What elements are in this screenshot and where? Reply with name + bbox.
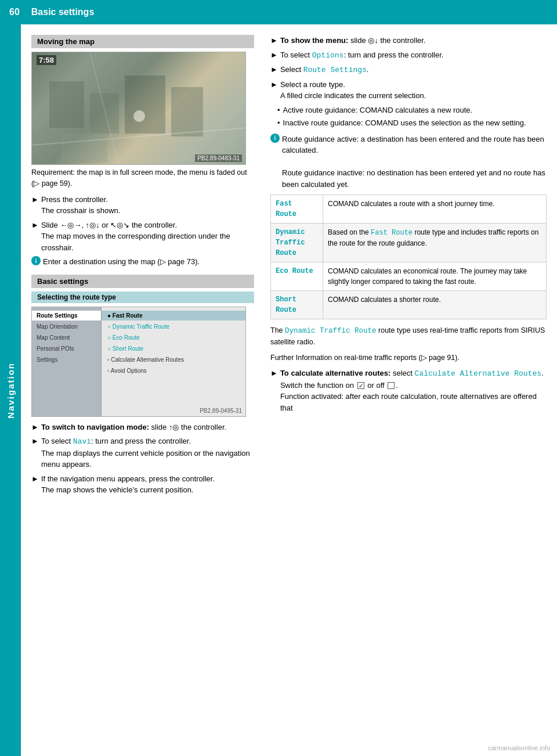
menu-item-settings: Settings <box>32 355 101 365</box>
table-row: DynamicTrafficRoute Based on the Fast Ro… <box>271 224 547 262</box>
side-tab-label: Navigation <box>6 362 16 419</box>
bullet-show-menu: ► To show the menu: slide ◎↓ the control… <box>270 35 547 46</box>
info-text-1: Enter a destination using the map (▷ pag… <box>43 256 200 268</box>
svg-rect-2 <box>125 75 165 134</box>
info-text-route: Route guidance active: a destination has… <box>282 134 547 190</box>
bullet-arrow-8: ► <box>270 64 278 76</box>
basic-settings-heading: Basic settings <box>31 275 254 288</box>
sub-bullet-text-1: Active route guidance: COMAND calculates… <box>283 105 473 116</box>
menu-item-map-orientation: Map Orientation <box>32 322 101 332</box>
bullet-calculate-alt: ► To calculate alternative routes: selec… <box>270 368 547 413</box>
nav-menu-right: ● Fast Route ○ Dynamic Traffic Route ○ E… <box>102 307 245 416</box>
route-desc-eco: COMAND calculates an economical route. T… <box>323 262 547 291</box>
bullet-arrow-4: ► <box>31 435 39 470</box>
main-content: Moving the map 7:58 PB2.89-0483-31 <box>21 24 557 756</box>
bullet-navi-text: To select Navi: turn and press the contr… <box>41 435 254 470</box>
bullet-select-options: ► To select Options: turn and press the … <box>270 49 547 62</box>
bullet-menu-text: If the navigation menu appears, press th… <box>41 473 215 496</box>
menu-item-calculate: ▫ Calculate Alternative Routes <box>102 355 245 365</box>
watermark: carmanualsonline.info <box>488 744 550 751</box>
sub-bullet-dot-2: • <box>277 117 280 129</box>
bullet-press-text: Press the controller.The crosshair is sh… <box>41 194 121 217</box>
bullet-arrow-9: ► <box>270 79 278 102</box>
svg-rect-3 <box>171 87 203 136</box>
header-bar: 60 Basic settings <box>0 0 557 24</box>
checkbox-off <box>388 382 395 389</box>
table-row: FastRoute COMAND calculates a route with… <box>271 195 547 224</box>
route-desc-dynamic: Based on the Fast Route route type and i… <box>323 224 547 262</box>
bullet-press-controller: ► Press the controller.The crosshair is … <box>31 194 254 217</box>
svg-point-7 <box>133 110 145 122</box>
menu-item-dynamic: ○ Dynamic Traffic Route <box>102 322 245 332</box>
page-number: 60 <box>9 7 20 17</box>
menu-item-route-settings: Route Settings <box>32 311 101 321</box>
right-column: ► To show the menu: slide ◎↓ the control… <box>265 35 557 746</box>
menu-item-map-content: Map Content <box>32 333 101 343</box>
left-column: Moving the map 7:58 PB2.89-0483-31 <box>21 35 265 746</box>
basic-settings-section: Basic settings Selecting the route type <box>31 275 254 303</box>
svg-rect-4 <box>61 134 107 163</box>
menu-item-personal-pois: Personal POIs <box>32 344 101 354</box>
route-table: FastRoute COMAND calculates a route with… <box>270 195 547 319</box>
route-desc-fast: COMAND calculates a route with a short j… <box>323 195 547 224</box>
map-caption: PB2.89-0483-31 <box>195 154 242 162</box>
bullet-select-options-text: To select Options: turn and press the co… <box>280 49 444 62</box>
nav-image: Route Settings Map Orientation Map Conte… <box>31 307 246 417</box>
table-row: ShortRoute COMAND calculates a shorter r… <box>271 291 547 319</box>
bullet-slide: ► Slide ←◎→, ↑◎↓ or ↖◎↘ the controller.T… <box>31 219 254 254</box>
bullet-switch: ► To switch to navigation mode: slide ↑◎… <box>31 422 254 433</box>
table-row: Eco Route COMAND calculates an economica… <box>271 262 547 291</box>
info-block-1: i Enter a destination using the map (▷ p… <box>31 256 254 268</box>
bullet-arrow-2: ► <box>31 219 39 254</box>
info-icon-1: i <box>31 256 41 265</box>
selecting-route-heading: Selecting the route type <box>31 291 254 303</box>
moving-map-heading: Moving the map <box>31 35 254 48</box>
bullet-menu: ► If the navigation menu appears, press … <box>31 473 254 496</box>
page-layout: Navigation Moving the map 7:58 <box>0 24 557 756</box>
bullet-show-menu-text: To show the menu: slide ◎↓ the controlle… <box>280 35 426 46</box>
nav-menu-left: Route Settings Map Orientation Map Conte… <box>32 307 102 416</box>
nav-caption: PB2.89-0495-31 <box>200 408 242 414</box>
further-info-text: Further Information on real-time traffic… <box>270 352 547 363</box>
route-name-short: ShortRoute <box>271 291 323 319</box>
menu-item-short: ○ Short Route <box>102 344 245 354</box>
route-name-fast: FastRoute <box>271 195 323 224</box>
checkbox-on <box>357 382 364 389</box>
bullet-route-type-text: Select a route type.A filled circle indi… <box>280 79 426 102</box>
menu-item-fast-route: ● Fast Route <box>102 311 245 321</box>
sub-bullet-dot-1: • <box>277 105 280 116</box>
bullet-slide-text: Slide ←◎→, ↑◎↓ or ↖◎↘ the controller.The… <box>41 219 254 254</box>
menu-item-eco: ○ Eco Route <box>102 333 245 343</box>
bullet-arrow-6: ► <box>270 35 278 46</box>
route-name-dynamic: DynamicTrafficRoute <box>271 224 323 262</box>
bullet-arrow-5: ► <box>31 473 39 496</box>
sub-bullet-text-2: Inactive route guidance: COMAND uses the… <box>283 117 526 129</box>
requirement-text: Requirement: the map is in full screen m… <box>31 167 254 189</box>
bullet-switch-text: To switch to navigation mode: slide ↑◎ t… <box>41 422 226 433</box>
sub-bullet-2: • Inactive route guidance: COMAND uses t… <box>277 117 547 129</box>
map-decoration <box>32 52 245 164</box>
map-image: 7:58 PB2.89-0483-31 <box>31 52 246 165</box>
bullet-calculate-text: To calculate alternative routes: select … <box>280 368 547 413</box>
sub-bullet-1: • Active route guidance: COMAND calculat… <box>277 105 547 116</box>
bullet-route-type: ► Select a route type.A filled circle in… <box>270 79 547 102</box>
bullet-arrow-1: ► <box>31 194 39 217</box>
bullet-route-settings-text: Select Route Settings. <box>280 64 369 76</box>
svg-rect-1 <box>90 93 119 134</box>
bullet-route-settings: ► Select Route Settings. <box>270 64 547 76</box>
dynamic-traffic-text: The Dynamic Traffic Route route type use… <box>270 325 547 348</box>
bullet-arrow-10: ► <box>270 368 278 413</box>
info-icon-2: i <box>270 134 280 143</box>
route-name-eco: Eco Route <box>271 262 323 291</box>
info-block-route: i Route guidance active: a destination h… <box>270 134 547 190</box>
menu-item-avoid: ▫ Avoid Options <box>102 366 245 376</box>
side-tab: Navigation <box>0 24 21 756</box>
route-desc-short: COMAND calculates a shorter route. <box>323 291 547 319</box>
bullet-arrow-7: ► <box>270 49 278 62</box>
page-title: Basic settings <box>31 7 94 17</box>
bullet-arrow-3: ► <box>31 422 39 433</box>
svg-rect-0 <box>49 81 84 128</box>
bullet-navi: ► To select Navi: turn and press the con… <box>31 435 254 470</box>
